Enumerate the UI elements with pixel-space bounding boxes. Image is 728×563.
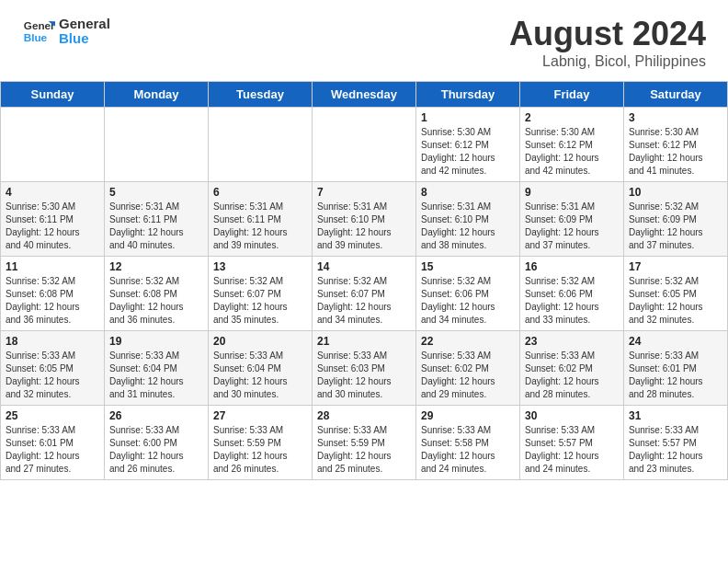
day-of-week-header: Friday xyxy=(520,82,624,108)
calendar-cell: 25Sunrise: 5:33 AM Sunset: 6:01 PM Dayli… xyxy=(1,406,105,480)
day-number: 25 xyxy=(6,409,99,422)
title-block: August 2024 Labnig, Bicol, Philippines xyxy=(509,15,706,70)
calendar-cell: 5Sunrise: 5:31 AM Sunset: 6:11 PM Daylig… xyxy=(105,182,209,257)
day-number: 2 xyxy=(525,111,619,124)
day-number: 22 xyxy=(421,335,515,348)
day-number: 16 xyxy=(525,260,619,273)
day-info: Sunrise: 5:32 AM Sunset: 6:07 PM Dayligh… xyxy=(317,275,411,327)
day-number: 15 xyxy=(421,260,515,273)
day-info: Sunrise: 5:33 AM Sunset: 6:05 PM Dayligh… xyxy=(6,350,99,401)
calendar-cell: 15Sunrise: 5:32 AM Sunset: 6:06 PM Dayli… xyxy=(416,257,520,331)
calendar-cell: 30Sunrise: 5:33 AM Sunset: 5:57 PM Dayli… xyxy=(520,406,624,480)
calendar-cell xyxy=(105,108,209,182)
logo: General Blue General Blue xyxy=(22,15,110,48)
day-number: 21 xyxy=(317,335,411,348)
day-number: 3 xyxy=(629,111,722,124)
logo-line1: General xyxy=(59,17,110,32)
day-number: 6 xyxy=(213,186,307,199)
day-number: 1 xyxy=(421,111,515,124)
calendar-cell: 4Sunrise: 5:30 AM Sunset: 6:11 PM Daylig… xyxy=(1,182,105,257)
calendar-cell: 18Sunrise: 5:33 AM Sunset: 6:05 PM Dayli… xyxy=(1,331,105,406)
logo-icon: General Blue xyxy=(22,15,55,48)
day-info: Sunrise: 5:33 AM Sunset: 6:01 PM Dayligh… xyxy=(6,424,99,476)
calendar-cell: 29Sunrise: 5:33 AM Sunset: 5:58 PM Dayli… xyxy=(416,406,520,480)
day-number: 23 xyxy=(525,335,619,348)
calendar-cell: 27Sunrise: 5:33 AM Sunset: 5:59 PM Dayli… xyxy=(209,406,313,480)
calendar-cell xyxy=(1,108,105,182)
day-info: Sunrise: 5:31 AM Sunset: 6:11 PM Dayligh… xyxy=(109,201,203,252)
main-title: August 2024 xyxy=(509,15,706,53)
day-of-week-header: Tuesday xyxy=(209,82,313,108)
day-info: Sunrise: 5:33 AM Sunset: 6:04 PM Dayligh… xyxy=(213,350,307,401)
day-info: Sunrise: 5:33 AM Sunset: 6:04 PM Dayligh… xyxy=(109,350,203,401)
day-number: 9 xyxy=(525,186,619,199)
day-number: 19 xyxy=(109,335,203,348)
day-of-week-header: Saturday xyxy=(624,82,728,108)
calendar-cell: 20Sunrise: 5:33 AM Sunset: 6:04 PM Dayli… xyxy=(209,331,313,406)
calendar-cell: 19Sunrise: 5:33 AM Sunset: 6:04 PM Dayli… xyxy=(105,331,209,406)
day-info: Sunrise: 5:33 AM Sunset: 5:58 PM Dayligh… xyxy=(421,424,515,476)
day-of-week-header: Wednesday xyxy=(313,82,416,108)
calendar-cell: 24Sunrise: 5:33 AM Sunset: 6:01 PM Dayli… xyxy=(624,331,728,406)
day-number: 13 xyxy=(213,260,307,273)
calendar-cell: 10Sunrise: 5:32 AM Sunset: 6:09 PM Dayli… xyxy=(624,182,728,257)
calendar-cell: 22Sunrise: 5:33 AM Sunset: 6:02 PM Dayli… xyxy=(416,331,520,406)
day-number: 11 xyxy=(6,260,99,273)
day-number: 14 xyxy=(317,260,411,273)
day-info: Sunrise: 5:32 AM Sunset: 6:05 PM Dayligh… xyxy=(629,275,722,327)
day-number: 7 xyxy=(317,186,411,199)
day-info: Sunrise: 5:32 AM Sunset: 6:09 PM Dayligh… xyxy=(629,201,722,252)
day-info: Sunrise: 5:32 AM Sunset: 6:08 PM Dayligh… xyxy=(109,275,203,327)
day-number: 20 xyxy=(213,335,307,348)
day-number: 4 xyxy=(6,186,99,199)
calendar-cell: 12Sunrise: 5:32 AM Sunset: 6:08 PM Dayli… xyxy=(105,257,209,331)
day-info: Sunrise: 5:33 AM Sunset: 6:02 PM Dayligh… xyxy=(421,350,515,401)
calendar-cell xyxy=(313,108,416,182)
day-info: Sunrise: 5:31 AM Sunset: 6:10 PM Dayligh… xyxy=(317,201,411,252)
calendar-cell: 6Sunrise: 5:31 AM Sunset: 6:11 PM Daylig… xyxy=(209,182,313,257)
calendar-cell: 2Sunrise: 5:30 AM Sunset: 6:12 PM Daylig… xyxy=(520,108,624,182)
svg-text:General: General xyxy=(24,19,55,31)
calendar-cell: 1Sunrise: 5:30 AM Sunset: 6:12 PM Daylig… xyxy=(416,108,520,182)
day-number: 27 xyxy=(213,409,307,422)
day-number: 17 xyxy=(629,260,722,273)
day-info: Sunrise: 5:31 AM Sunset: 6:11 PM Dayligh… xyxy=(213,201,307,252)
calendar-cell: 21Sunrise: 5:33 AM Sunset: 6:03 PM Dayli… xyxy=(313,331,416,406)
day-info: Sunrise: 5:30 AM Sunset: 6:12 PM Dayligh… xyxy=(629,126,722,178)
calendar-cell: 16Sunrise: 5:32 AM Sunset: 6:06 PM Dayli… xyxy=(520,257,624,331)
calendar-cell: 28Sunrise: 5:33 AM Sunset: 5:59 PM Dayli… xyxy=(313,406,416,480)
calendar-table: SundayMondayTuesdayWednesdayThursdayFrid… xyxy=(0,81,728,480)
day-number: 8 xyxy=(421,186,515,199)
svg-text:Blue: Blue xyxy=(24,31,48,43)
day-info: Sunrise: 5:31 AM Sunset: 6:09 PM Dayligh… xyxy=(525,201,619,252)
day-number: 30 xyxy=(525,409,619,422)
day-number: 12 xyxy=(109,260,203,273)
subtitle: Labnig, Bicol, Philippines xyxy=(509,53,706,70)
calendar-cell: 17Sunrise: 5:32 AM Sunset: 6:05 PM Dayli… xyxy=(624,257,728,331)
day-info: Sunrise: 5:33 AM Sunset: 6:02 PM Dayligh… xyxy=(525,350,619,401)
day-info: Sunrise: 5:32 AM Sunset: 6:07 PM Dayligh… xyxy=(213,275,307,327)
day-number: 18 xyxy=(6,335,99,348)
calendar-cell: 11Sunrise: 5:32 AM Sunset: 6:08 PM Dayli… xyxy=(1,257,105,331)
calendar-cell: 8Sunrise: 5:31 AM Sunset: 6:10 PM Daylig… xyxy=(416,182,520,257)
day-info: Sunrise: 5:32 AM Sunset: 6:06 PM Dayligh… xyxy=(421,275,515,327)
day-number: 29 xyxy=(421,409,515,422)
day-number: 26 xyxy=(109,409,203,422)
calendar-cell: 13Sunrise: 5:32 AM Sunset: 6:07 PM Dayli… xyxy=(209,257,313,331)
calendar-cell: 26Sunrise: 5:33 AM Sunset: 6:00 PM Dayli… xyxy=(105,406,209,480)
day-number: 5 xyxy=(109,186,203,199)
day-info: Sunrise: 5:33 AM Sunset: 5:57 PM Dayligh… xyxy=(525,424,619,476)
day-info: Sunrise: 5:33 AM Sunset: 6:03 PM Dayligh… xyxy=(317,350,411,401)
calendar-cell: 9Sunrise: 5:31 AM Sunset: 6:09 PM Daylig… xyxy=(520,182,624,257)
day-number: 31 xyxy=(629,409,722,422)
calendar-cell: 7Sunrise: 5:31 AM Sunset: 6:10 PM Daylig… xyxy=(313,182,416,257)
day-of-week-header: Thursday xyxy=(416,82,520,108)
day-info: Sunrise: 5:31 AM Sunset: 6:10 PM Dayligh… xyxy=(421,201,515,252)
day-info: Sunrise: 5:33 AM Sunset: 5:57 PM Dayligh… xyxy=(629,424,722,476)
logo-line2: Blue xyxy=(59,31,110,47)
calendar-cell: 31Sunrise: 5:33 AM Sunset: 5:57 PM Dayli… xyxy=(624,406,728,480)
day-info: Sunrise: 5:33 AM Sunset: 6:01 PM Dayligh… xyxy=(629,350,722,401)
day-number: 28 xyxy=(317,409,411,422)
day-info: Sunrise: 5:30 AM Sunset: 6:12 PM Dayligh… xyxy=(421,126,515,178)
calendar-cell: 23Sunrise: 5:33 AM Sunset: 6:02 PM Dayli… xyxy=(520,331,624,406)
